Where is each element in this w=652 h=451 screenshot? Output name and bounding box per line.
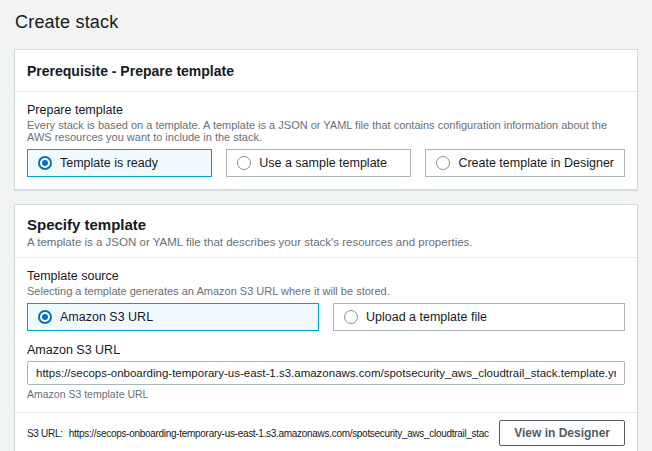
prerequisite-card-title: Prerequisite - Prepare template (27, 63, 625, 79)
specify-template-description: A template is a JSON or YAML file that d… (27, 236, 625, 248)
s3-url-value: https://secops-onboarding-temporary-us-e… (69, 428, 489, 439)
amazon-s3-url-helper: Amazon S3 template URL (27, 388, 625, 400)
prerequisite-card-body: Prepare template Every stack is based on… (15, 92, 637, 189)
radio-tile-template-is-ready[interactable]: Template is ready (27, 149, 212, 177)
specify-template-card-footer: S3 URL:https://secops-onboarding-tempora… (15, 412, 637, 451)
prepare-template-description: Every stack is based on a template. A te… (27, 119, 625, 143)
radio-tile-label: Template is ready (60, 156, 158, 170)
radio-unselected-icon (436, 156, 450, 170)
prerequisite-card: Prerequisite - Prepare template Prepare … (14, 49, 638, 190)
radio-unselected-icon (237, 156, 251, 170)
view-in-designer-button[interactable]: View in Designer (499, 420, 625, 446)
radio-selected-icon (38, 156, 52, 170)
radio-tile-label: Use a sample template (259, 156, 387, 170)
specify-template-card-header: Specify template A template is a JSON or… (15, 205, 637, 258)
radio-unselected-icon (344, 310, 358, 324)
prepare-template-label: Prepare template (27, 103, 625, 117)
s3-url-line: S3 URL:https://secops-onboarding-tempora… (27, 428, 489, 439)
prepare-template-options: Template is ready Use a sample template … (27, 149, 625, 177)
amazon-s3-url-input[interactable] (27, 361, 625, 385)
template-source-options: Amazon S3 URL Upload a template file (27, 303, 625, 331)
radio-tile-label: Create template in Designer (458, 156, 614, 170)
radio-selected-icon (38, 310, 52, 324)
template-source-label: Template source (27, 269, 625, 283)
radio-tile-use-sample-template[interactable]: Use a sample template (226, 149, 411, 177)
template-source-description: Selecting a template generates an Amazon… (27, 285, 625, 297)
radio-tile-upload-template-file[interactable]: Upload a template file (333, 303, 625, 331)
specify-template-card: Specify template A template is a JSON or… (14, 204, 638, 451)
prerequisite-card-header: Prerequisite - Prepare template (15, 50, 637, 92)
radio-tile-create-template-in-designer[interactable]: Create template in Designer (425, 149, 625, 177)
specify-template-card-body: Template source Selecting a template gen… (15, 258, 637, 412)
radio-tile-amazon-s3-url[interactable]: Amazon S3 URL (27, 303, 319, 331)
specify-template-title: Specify template (27, 216, 625, 233)
amazon-s3-url-label: Amazon S3 URL (27, 343, 625, 357)
page-title: Create stack (15, 12, 638, 33)
s3-url-label: S3 URL: (27, 428, 63, 439)
create-stack-page: Create stack Prerequisite - Prepare temp… (0, 0, 652, 451)
radio-tile-label: Amazon S3 URL (60, 310, 153, 324)
radio-tile-label: Upload a template file (366, 310, 487, 324)
